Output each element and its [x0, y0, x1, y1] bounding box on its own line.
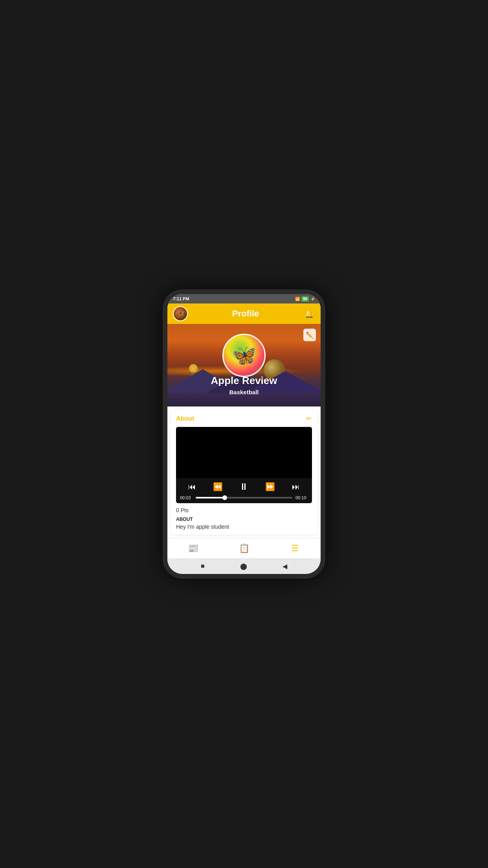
battery-indicator: 96 [301, 296, 309, 302]
bottom-nav: 📰 📋 ☰ [167, 538, 321, 558]
skip-prev-button[interactable] [188, 482, 196, 491]
edit-cover-button[interactable]: ✏️ [303, 329, 316, 341]
rewind-button[interactable] [213, 482, 223, 491]
progress-thumb [222, 495, 227, 500]
edit-pencil-icon: ✏️ [306, 331, 314, 339]
video-player: 00:03 00:10 [176, 427, 312, 503]
skip-next-button[interactable] [292, 482, 300, 491]
header-title: Profile [188, 309, 303, 319]
about-description: Hey I'm apple student [176, 524, 312, 530]
total-time: 00:10 [295, 495, 308, 500]
progress-row: 00:03 00:10 [180, 495, 308, 500]
fast-forward-button[interactable] [265, 482, 275, 491]
pause-button[interactable] [239, 481, 249, 492]
control-buttons [180, 481, 308, 492]
app-header: Profile 🔔 [167, 303, 321, 324]
status-bar: 7:11 PM 📶 96 ⚡ [167, 294, 321, 303]
system-stop-button[interactable]: ■ [201, 563, 205, 570]
progress-bar[interactable] [196, 497, 292, 498]
cover-section: ✏️ 🦋 Apple Review Basketball [167, 324, 321, 406]
header-avatar[interactable] [173, 306, 188, 321]
phone-screen: 7:11 PM 📶 96 ⚡ Profile 🔔 [167, 294, 321, 574]
about-header: About ✏ [176, 414, 312, 423]
nav-news[interactable]: 📰 [183, 541, 203, 555]
video-screen [176, 427, 312, 478]
clipboard-icon: 📋 [239, 543, 250, 554]
system-nav: ■ ⬤ ◀ [167, 558, 321, 574]
system-home-button[interactable]: ⬤ [240, 563, 247, 570]
notification-bell-button[interactable]: 🔔 [303, 308, 315, 320]
status-time: 7:11 PM [173, 296, 189, 301]
about-section-label: About [176, 415, 194, 422]
network-indicator: 📶 [295, 297, 300, 301]
news-icon: 📰 [188, 543, 198, 554]
nav-menu[interactable]: ☰ [285, 541, 305, 555]
about-edit-button[interactable]: ✏ [306, 414, 312, 423]
current-time: 00:03 [180, 495, 193, 500]
system-back-button[interactable]: ◀ [283, 563, 287, 570]
about-card: About ✏ 00:03 [171, 410, 317, 535]
charging-icon: ⚡ [310, 297, 315, 301]
progress-fill [196, 497, 225, 498]
menu-icon: ☰ [291, 543, 299, 554]
video-controls: 00:03 00:10 [176, 478, 312, 503]
points-text: 0 Pts [176, 507, 312, 513]
about-heading: ABOUT [176, 517, 312, 522]
bell-icon: 🔔 [305, 309, 314, 318]
phone-shell: 7:11 PM 📶 96 ⚡ Profile 🔔 [163, 289, 325, 579]
profile-avatar[interactable]: 🦋 [222, 334, 266, 377]
profile-name: Apple Review [167, 375, 321, 387]
profile-sport: Basketball [167, 389, 321, 395]
nav-clipboard[interactable]: 📋 [234, 541, 254, 555]
status-right: 📶 96 ⚡ [295, 296, 315, 302]
